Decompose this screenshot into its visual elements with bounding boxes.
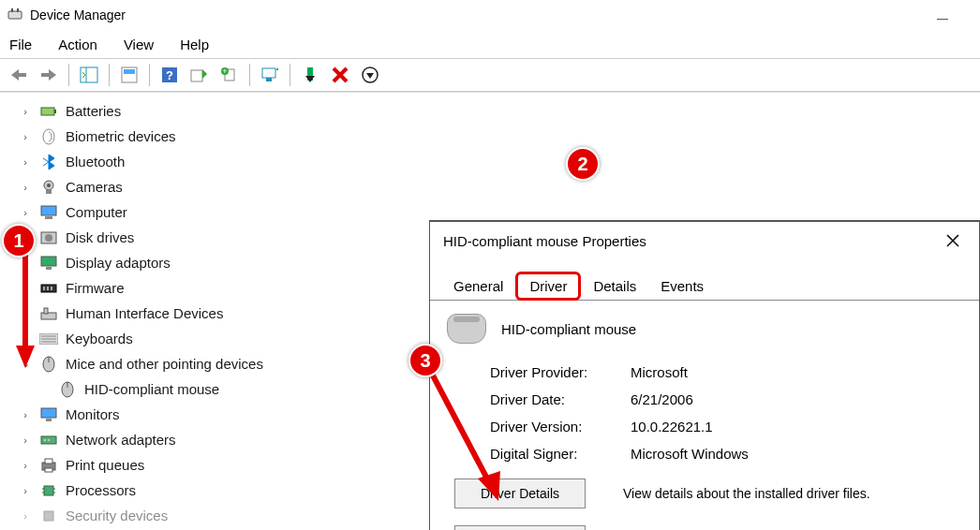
- window-title: Device Manager: [30, 7, 126, 22]
- svg-marker-61: [478, 471, 500, 501]
- svg-rect-23: [46, 190, 52, 194]
- add-legacy-button[interactable]: +: [216, 62, 243, 88]
- driver-details-desc: View details about the installed driver …: [623, 486, 870, 501]
- display-icon: [39, 254, 58, 272]
- annotation-badge-3: 3: [408, 344, 442, 377]
- tree-node-hid[interactable]: ›Human Interface Devices: [19, 301, 468, 326]
- tree-node-bluetooth[interactable]: ›Bluetooth: [19, 149, 468, 174]
- tree-node-firmware[interactable]: ›Firmware: [19, 275, 468, 301]
- tree-node-cameras[interactable]: ›Cameras: [19, 174, 468, 199]
- svg-rect-0: [8, 11, 22, 19]
- minimize-button[interactable]: [924, 9, 961, 28]
- svg-line-60: [433, 375, 489, 482]
- dialog-titlebar: HID-compliant mouse Properties: [430, 222, 979, 259]
- battery-icon: [39, 102, 58, 121]
- svg-rect-25: [45, 216, 52, 219]
- annotation-arrow-3: [423, 370, 517, 510]
- mouse-icon: [58, 380, 77, 399]
- tree-node-security[interactable]: ›Security devices: [19, 503, 468, 528]
- svg-rect-49: [45, 468, 52, 472]
- tree-node-biometric[interactable]: ›Biometric devices: [19, 124, 468, 149]
- svg-rect-35: [44, 308, 48, 314]
- tab-strip: General Driver Details Events: [430, 271, 979, 301]
- svg-point-27: [45, 234, 52, 242]
- svg-rect-19: [41, 108, 54, 115]
- computer-icon: [39, 203, 58, 222]
- svg-rect-31: [43, 287, 45, 290]
- tree-node-keyboards[interactable]: ›Keyboards: [19, 326, 468, 351]
- action-button[interactable]: [357, 62, 383, 88]
- svg-text:?: ?: [166, 68, 173, 82]
- date-value: 6/21/2006: [631, 391, 693, 407]
- menu-action[interactable]: Action: [58, 37, 97, 52]
- svg-rect-33: [51, 287, 52, 290]
- camera-icon: [39, 178, 58, 197]
- annotation-badge-2: 2: [566, 147, 600, 181]
- svg-rect-43: [46, 419, 52, 421]
- help-button[interactable]: ?: [156, 62, 183, 88]
- svg-rect-50: [44, 486, 53, 495]
- printer-icon: [39, 456, 58, 475]
- svg-rect-29: [46, 267, 52, 270]
- annotation-arrow-1: [13, 254, 37, 370]
- enable-device-button[interactable]: [297, 62, 323, 88]
- keyboard-icon: [39, 330, 58, 348]
- tree-node-mice[interactable]: ⌄Mice and other pointing devices: [19, 351, 468, 376]
- tab-events[interactable]: Events: [648, 273, 716, 299]
- tab-driver[interactable]: Driver: [515, 272, 581, 301]
- back-button[interactable]: [6, 62, 32, 88]
- menu-file[interactable]: File: [9, 37, 32, 52]
- tree-node-display[interactable]: ›Display adaptors: [19, 250, 468, 275]
- svg-rect-32: [47, 287, 49, 290]
- menu-help[interactable]: Help: [180, 37, 209, 52]
- update-driver-button[interactable]: Update Driver: [454, 525, 586, 530]
- svg-rect-14: [266, 78, 272, 81]
- forward-button[interactable]: [36, 62, 62, 88]
- signer-value: Microsoft Windows: [631, 446, 749, 462]
- tree-node-processors[interactable]: ›Processors: [19, 478, 468, 503]
- tree-node-batteries[interactable]: ›Batteries: [19, 98, 468, 124]
- tree-node-network[interactable]: ›Network adapters: [19, 427, 468, 452]
- tree-node-disk[interactable]: ›Disk drives: [19, 225, 468, 250]
- firmware-icon: [39, 279, 58, 298]
- scan-hardware-button[interactable]: [186, 62, 213, 88]
- version-value: 10.0.22621.1: [631, 419, 713, 434]
- device-tree[interactable]: ›Batteries ›Biometric devices ›Bluetooth…: [0, 98, 468, 528]
- properties-button[interactable]: [116, 62, 142, 88]
- uninstall-device-button[interactable]: [327, 62, 353, 88]
- bluetooth-icon: [39, 153, 58, 171]
- device-name: HID-compliant mouse: [501, 321, 636, 337]
- provider-value: Microsoft: [631, 364, 688, 380]
- close-button[interactable]: [940, 228, 966, 254]
- monitor-icon: [39, 405, 58, 424]
- svg-marker-59: [16, 346, 35, 368]
- annotation-badge-1: 1: [2, 224, 36, 258]
- svg-rect-3: [81, 67, 97, 82]
- tab-general[interactable]: General: [441, 273, 515, 299]
- network-icon: [39, 431, 58, 449]
- tree-node-print[interactable]: ›Print queues: [19, 452, 468, 478]
- svg-rect-45: [44, 439, 46, 441]
- svg-rect-55: [44, 511, 53, 521]
- show-hide-tree-button[interactable]: [76, 62, 102, 88]
- svg-rect-24: [41, 206, 56, 215]
- tree-node-hid-mouse[interactable]: HID-compliant mouse: [19, 376, 468, 402]
- processor-icon: [39, 481, 58, 500]
- svg-rect-6: [124, 69, 135, 74]
- svg-point-22: [47, 184, 51, 187]
- menubar: File Action View Help: [0, 30, 980, 58]
- disk-icon: [39, 228, 58, 247]
- svg-rect-46: [48, 439, 50, 441]
- tree-node-computer[interactable]: ›Computer: [19, 199, 468, 225]
- mouse-icon: [39, 355, 58, 374]
- menu-view[interactable]: View: [124, 37, 154, 52]
- main-content: ›Batteries ›Biometric devices ›Bluetooth…: [0, 92, 980, 530]
- update-driver-icon[interactable]: [257, 62, 283, 88]
- tree-node-monitors[interactable]: ›Monitors: [19, 402, 468, 427]
- device-image-icon: [447, 314, 486, 344]
- svg-rect-13: [262, 68, 275, 78]
- tab-details[interactable]: Details: [581, 273, 648, 299]
- dialog-title: HID-compliant mouse Properties: [443, 233, 646, 249]
- toolbar: ? +: [0, 58, 980, 92]
- fingerprint-icon: [39, 127, 58, 146]
